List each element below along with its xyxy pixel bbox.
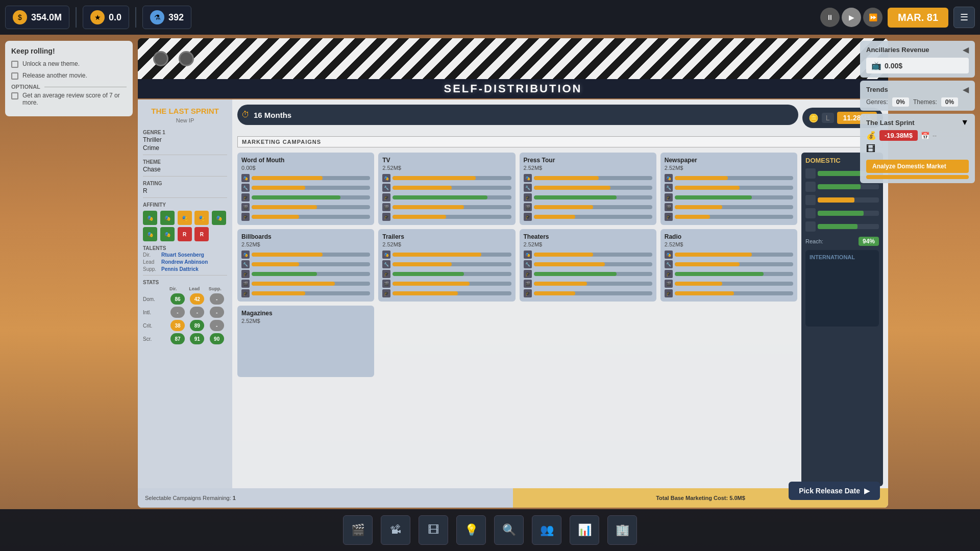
affinity-label: AFFINITY bbox=[143, 202, 227, 208]
task-optional-text: Get an average review score of 7 or more… bbox=[22, 92, 127, 106]
nav-people-btn[interactable]: 👥 bbox=[532, 515, 561, 545]
marketing-section-header: MARKETING CAMPAIGNS bbox=[237, 136, 883, 147]
reach-label: Reach: bbox=[805, 238, 823, 244]
menu-button[interactable]: ☰ bbox=[953, 7, 975, 28]
ci2: 🎓 bbox=[241, 193, 250, 202]
pick-release-button[interactable]: Pick Release Date ▶ bbox=[789, 482, 880, 500]
tasks-title: Keep rolling! bbox=[11, 47, 127, 55]
research-value: 392 bbox=[168, 12, 184, 23]
stats-header: Dir. Lead Supp. bbox=[143, 286, 227, 291]
tasks-panel: Keep rolling! Unlock a new theme. Releas… bbox=[5, 41, 133, 116]
ct0 bbox=[252, 176, 370, 180]
dbar-fill-3 bbox=[818, 197, 854, 203]
campaign-press-tour[interactable]: Press Tour 2.52M$ 🎭 🔧 🎓 🎬 🎓 bbox=[520, 153, 656, 225]
campaign-name-1: TV bbox=[382, 157, 511, 164]
theme-value: Chase bbox=[143, 166, 227, 173]
cr1: 🔧 bbox=[241, 184, 370, 192]
ancillaries-collapse-icon[interactable]: ◀ bbox=[963, 45, 969, 55]
movie-subtitle: New IP bbox=[143, 117, 227, 123]
campaign-rows-0: 🎭 🔧 🎓 🎬 🎓 bbox=[241, 174, 370, 221]
campaign-word-of-mouth[interactable]: Word of Mouth 0.00$ 🎭 🔧 🎓 🎬 🎓 bbox=[237, 153, 374, 225]
campaign-trailers[interactable]: Trailers 2.52M$ 🎭 🔧 🎓 🎬 🎓 bbox=[378, 229, 515, 302]
scr-label: Scr. bbox=[143, 336, 168, 342]
movie-side-panel: The Last Sprint ▼ 💰 -19.38M$ 📅 -- 🎞 Anal… bbox=[860, 114, 975, 183]
nav-camera-btn[interactable]: 📽 bbox=[381, 515, 410, 545]
campaigns-row-2: Billboards 2.52M$ 🎭 🔧 🎓 🎬 🎓 Trailers 2.5… bbox=[237, 229, 797, 302]
nav-search-btn[interactable]: 🔍 bbox=[494, 515, 524, 545]
cf4 bbox=[252, 215, 299, 219]
task-item-2: Release another movie. bbox=[11, 72, 127, 80]
campaign-magazines[interactable]: Magazines 2.52M$ bbox=[237, 306, 374, 377]
theme-label: THEME bbox=[143, 159, 227, 165]
intl-stats-row: Intl. - - - bbox=[143, 307, 227, 318]
playback-controls: ⏸ ▶ ⏩ bbox=[820, 8, 883, 27]
director-row: Dir. Rtuart Sosenberg bbox=[143, 252, 227, 258]
campaign-rows-1: 🎭 🔧 🎓 🎬 🎓 bbox=[382, 174, 511, 221]
star-icon: ★ bbox=[90, 10, 105, 24]
campaign-cost-0: 0.00$ bbox=[241, 165, 370, 171]
campaign-cost-6: 2.52M$ bbox=[524, 241, 652, 247]
cf0 bbox=[252, 176, 323, 180]
nav-film-btn[interactable]: 🎬 bbox=[343, 515, 373, 545]
affinity-2: 🎭 bbox=[160, 211, 175, 225]
app-title: SELF-DISTRIBUTION bbox=[444, 82, 582, 95]
nav-building-btn[interactable]: 🏢 bbox=[607, 515, 637, 545]
support-row: Supp. Pennis Dattrick bbox=[143, 266, 227, 272]
campaign-newspaper[interactable]: Newspaper 2.52M$ 🎭 🔧 🎓 🎬 🎓 bbox=[660, 153, 797, 225]
fast-forward-button[interactable]: ⏩ bbox=[863, 8, 883, 27]
movie-title: THE LAST SPRINT bbox=[143, 107, 227, 115]
stars-stat: ★ 0.0 bbox=[83, 6, 129, 29]
clapper-top bbox=[138, 38, 888, 79]
campaign-cost-3: 2.52M$ bbox=[665, 165, 793, 171]
separator-2 bbox=[143, 176, 227, 177]
research-icon: ⚗ bbox=[150, 10, 164, 24]
movie-film-icon-row: 🎞 bbox=[866, 144, 969, 155]
ci1: 🔧 bbox=[241, 184, 250, 192]
nav-reel-btn[interactable]: 🎞 bbox=[419, 515, 448, 545]
stats-header-empty bbox=[143, 286, 168, 291]
campaign-tv[interactable]: TV 2.52M$ 🎭 🔧 🎓 🎬 🎓 bbox=[378, 153, 515, 225]
separator-3 bbox=[143, 197, 227, 198]
nav-chart-btn[interactable]: 📊 bbox=[570, 515, 599, 545]
campaign-cost-2: 2.52M$ bbox=[524, 165, 652, 171]
nav-idea-btn[interactable]: 💡 bbox=[456, 515, 486, 545]
movie-neg-value: -19.38M$ bbox=[879, 130, 918, 141]
ci0: 🎭 bbox=[241, 174, 250, 182]
campaign-theaters[interactable]: Theaters 2.52M$ 🎭 🔧 🎓 🎬 🎓 bbox=[520, 229, 656, 302]
support-role-label: Supp. bbox=[143, 266, 159, 272]
dbar-track-5 bbox=[818, 224, 879, 229]
ancillaries-header: Ancillaries Revenue ◀ bbox=[866, 45, 969, 55]
campaign-name-0: Word of Mouth bbox=[241, 157, 370, 164]
director-role-label: Dir. bbox=[143, 252, 159, 258]
pause-button[interactable]: ⏸ bbox=[820, 8, 840, 27]
timeline-bar: ⏱ 16 Months bbox=[237, 105, 798, 125]
movie-panel-collapse-icon[interactable]: ▼ bbox=[961, 118, 969, 127]
task-checkbox-optional[interactable] bbox=[11, 92, 18, 99]
campaign-billboards[interactable]: Billboards 2.52M$ 🎭 🔧 🎓 🎬 🎓 bbox=[237, 229, 374, 302]
ct2 bbox=[252, 195, 370, 199]
cr2: 🎓 bbox=[241, 193, 370, 202]
task-checkbox-2[interactable] bbox=[11, 72, 18, 80]
affinity-8: R bbox=[178, 227, 192, 241]
intl-label: Intl. bbox=[143, 310, 168, 315]
dbar-4 bbox=[805, 208, 879, 218]
money-stat: $ 354.0M bbox=[5, 6, 69, 29]
ct3 bbox=[252, 205, 370, 209]
trends-collapse-icon[interactable]: ◀ bbox=[963, 85, 969, 94]
task-checkbox-1[interactable] bbox=[11, 61, 18, 68]
analyze-domestic-button[interactable]: Analyze Domestic Market bbox=[866, 160, 969, 173]
scr-lead-badge: 91 bbox=[190, 333, 204, 344]
research-stat: ⚗ 392 bbox=[142, 6, 191, 29]
play-button[interactable]: ▶ bbox=[842, 8, 861, 27]
campaigns-scroll-area[interactable]: Word of Mouth 0.00$ 🎭 🔧 🎓 🎬 🎓 TV bbox=[237, 153, 797, 486]
money-icon: $ bbox=[13, 10, 27, 24]
crit-lead-badge: 89 bbox=[190, 320, 204, 331]
scr-supp-badge: 90 bbox=[210, 333, 224, 344]
affinity-5: 🎭 bbox=[212, 211, 226, 225]
intl-dir-badge: - bbox=[170, 307, 185, 318]
optional-line bbox=[44, 87, 127, 87]
campaign-radio[interactable]: Radio 2.52M$ 🎭 🔧 🎓 🎬 🎓 bbox=[660, 229, 797, 302]
stats-supp-header: Supp. bbox=[209, 286, 227, 291]
task-label-2: Release another movie. bbox=[22, 72, 87, 79]
cf3 bbox=[252, 205, 317, 209]
